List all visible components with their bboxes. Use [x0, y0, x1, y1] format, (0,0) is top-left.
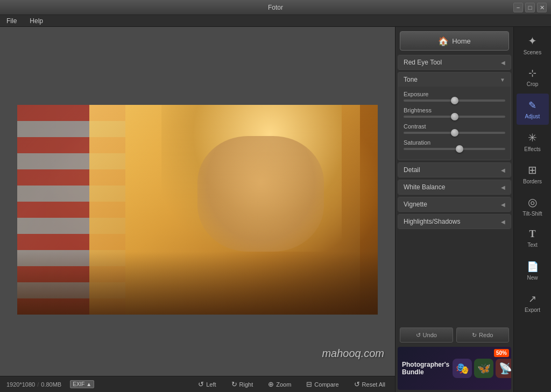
undo-button[interactable]: ↺ Undo — [400, 327, 453, 343]
ad-icons: 🎭 🦋 📡 — [453, 359, 511, 378]
tool-tilt-shift[interactable]: ◎ Tilt-Shift — [517, 190, 549, 222]
face-area — [197, 136, 324, 252]
export-label: Export — [525, 307, 540, 313]
exposure-slider[interactable] — [404, 99, 505, 102]
detail-arrow: ◀ — [501, 167, 505, 173]
rotate-right-icon: ↻ — [231, 380, 237, 388]
brightness-group: Brightness — [404, 107, 505, 118]
compare-label: Compare — [314, 381, 338, 388]
crop-label: Crop — [527, 81, 539, 87]
red-eye-header[interactable]: Red Eye Tool ◀ — [398, 55, 511, 69]
main-layout: mahooq.com 1920*1080 / 0.80MB EXIF ▲ ↺ L… — [0, 27, 551, 392]
tool-crop[interactable]: ⊹ Crop — [517, 61, 549, 92]
zoom-button[interactable]: ⊕ Zoom — [265, 379, 294, 389]
rotate-left-icon: ↺ — [198, 380, 204, 388]
tone-arrow: ▼ — [500, 77, 505, 83]
rotate-left-label: Left — [206, 381, 216, 388]
red-eye-section: Red Eye Tool ◀ — [398, 55, 511, 70]
minimize-button[interactable]: − — [513, 3, 523, 12]
contrast-group: Contrast — [404, 123, 505, 134]
borders-label: Borders — [523, 179, 542, 184]
undo-redo-bar: ↺ Undo ↻ Redo — [395, 323, 513, 347]
redo-icon: ↻ — [472, 332, 477, 339]
watermark: mahooq.com — [322, 347, 384, 360]
menu-bar: File Help — [0, 15, 551, 27]
vignette-section: Vignette ◀ — [398, 197, 511, 212]
resolution-info: 1920*1080 / 0.80MB — [6, 381, 61, 388]
tool-adjust[interactable]: ✎ Adjust — [517, 94, 549, 125]
new-icon: 📄 — [527, 261, 539, 273]
new-label: New — [527, 275, 538, 281]
white-balance-title: White Balance — [404, 183, 445, 191]
canvas-area: mahooq.com 1920*1080 / 0.80MB EXIF ▲ ↺ L… — [0, 27, 395, 392]
rotate-right-label: Right — [239, 381, 253, 388]
ad-icon-3: 📡 — [496, 359, 511, 378]
export-icon: ↗ — [528, 293, 536, 305]
photo-container — [17, 105, 378, 315]
adjust-icon: ✎ — [528, 99, 536, 111]
photo-display — [17, 105, 378, 315]
right-sidebar: 🏠 Home Red Eye Tool ◀ Tone ▼ — [395, 27, 513, 392]
white-balance-section: White Balance ◀ — [398, 180, 511, 195]
dark-bottom — [17, 252, 378, 315]
undo-label: Undo — [423, 332, 437, 338]
home-icon: 🏠 — [438, 36, 449, 46]
tone-header[interactable]: Tone ▼ — [398, 73, 511, 87]
window-controls: − □ ✕ — [513, 3, 547, 12]
detail-section: Detail ◀ — [398, 162, 511, 177]
saturation-group: Saturation — [404, 139, 505, 150]
effects-icon: ✳ — [528, 131, 537, 144]
white-balance-header[interactable]: White Balance ◀ — [398, 180, 511, 194]
reset-label: Reset All — [362, 381, 385, 388]
tool-export[interactable]: ↗ Export — [517, 287, 549, 318]
tilt-shift-icon: ◎ — [528, 196, 537, 209]
info-bar: 1920*1080 / 0.80MB EXIF ▲ ↺ Left ↻ Right… — [0, 376, 395, 392]
tone-content: Exposure Brightness Contrast — [398, 87, 511, 160]
home-label: Home — [452, 37, 471, 45]
saturation-thumb[interactable] — [456, 145, 463, 153]
highlights-shadows-arrow: ◀ — [501, 219, 505, 225]
vignette-title: Vignette — [404, 201, 427, 208]
title-bar: Fotor − □ ✕ — [0, 0, 551, 15]
zoom-label: Zoom — [276, 381, 291, 388]
text-icon: T — [529, 229, 535, 240]
compare-button[interactable]: ⊟ Compare — [303, 379, 342, 389]
red-eye-arrow: ◀ — [501, 60, 505, 66]
rotate-left-button[interactable]: ↺ Left — [195, 379, 219, 389]
tool-new[interactable]: 📄 New — [517, 255, 549, 286]
tool-scenes[interactable]: ✦ Scenes — [517, 29, 549, 60]
exif-badge[interactable]: EXIF ▲ — [70, 380, 94, 388]
photo-inner — [17, 105, 378, 315]
redo-label: Redo — [479, 332, 493, 338]
saturation-slider[interactable] — [404, 148, 505, 150]
saturation-label: Saturation — [404, 139, 505, 146]
contrast-thumb[interactable] — [451, 129, 458, 137]
ad-banner[interactable]: 50% Photographer's Bundle 🎭 🦋 📡 — [398, 347, 511, 390]
brightness-slider[interactable] — [404, 116, 505, 118]
home-button[interactable]: 🏠 Home — [400, 31, 509, 51]
menu-file[interactable]: File — [4, 16, 19, 26]
brightness-thumb[interactable] — [451, 113, 458, 120]
exposure-thumb[interactable] — [451, 97, 458, 104]
redo-button[interactable]: ↻ Redo — [456, 327, 510, 343]
tool-text[interactable]: T Text — [517, 223, 549, 254]
ad-text: Photographer's Bundle — [402, 361, 449, 376]
adjust-panel: Red Eye Tool ◀ Tone ▼ Exposure — [395, 55, 513, 323]
tool-borders[interactable]: ⊞ Borders — [517, 158, 549, 189]
highlights-shadows-header[interactable]: Highlights/Shadows ◀ — [398, 215, 511, 229]
tool-effects[interactable]: ✳ Effects — [517, 126, 549, 157]
menu-help[interactable]: Help — [27, 16, 45, 26]
vignette-header[interactable]: Vignette ◀ — [398, 197, 511, 211]
adjust-label: Adjust — [525, 113, 540, 119]
rotate-right-button[interactable]: ↻ Right — [228, 379, 257, 389]
maximize-button[interactable]: □ — [525, 3, 535, 12]
exposure-group: Exposure — [404, 91, 505, 102]
detail-header[interactable]: Detail ◀ — [398, 163, 511, 177]
contrast-slider[interactable] — [404, 132, 505, 134]
tone-section: Tone ▼ Exposure Brightness — [398, 72, 511, 160]
reset-all-button[interactable]: ↺ Reset All — [351, 379, 388, 389]
undo-icon: ↺ — [416, 332, 421, 339]
scenes-icon: ✦ — [528, 34, 537, 47]
detail-title: Detail — [404, 166, 420, 174]
close-button[interactable]: ✕ — [537, 3, 547, 12]
